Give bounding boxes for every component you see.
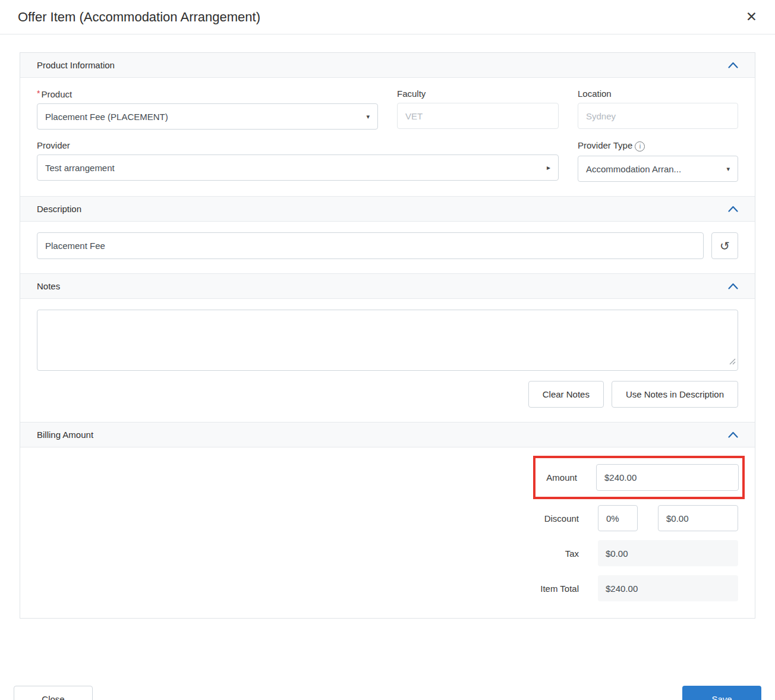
- close-icon[interactable]: ✕: [744, 9, 760, 25]
- modal-footer: Close Save: [14, 686, 761, 700]
- provider-select-value: Test arrangement: [45, 163, 115, 173]
- tax-label: Tax: [565, 548, 579, 559]
- section-header-billing-amount[interactable]: Billing Amount: [20, 422, 755, 447]
- provider-select[interactable]: Test arrangement ▸: [37, 154, 559, 181]
- offer-item-modal: Offer Item (Accommodation Arrangement) ✕…: [0, 0, 775, 700]
- info-icon[interactable]: i: [635, 141, 645, 152]
- location-label: Location: [578, 89, 738, 99]
- section-title: Product Information: [37, 60, 115, 70]
- billing-body: Amount Discount Tax $0.00 Item Total: [20, 447, 755, 618]
- provider-type-select-value: Accommodation Arran...: [586, 164, 681, 174]
- section-billing-amount: Billing Amount Amount Discount: [20, 422, 755, 618]
- provider-type-select[interactable]: Accommodation Arran... ▾: [578, 156, 738, 182]
- caret-right-icon: ▸: [547, 163, 550, 172]
- amount-label: Amount: [546, 472, 577, 483]
- item-total-value: $240.00: [598, 575, 738, 601]
- item-total-label: Item Total: [540, 584, 579, 594]
- section-product-information: Product Information *Product Placement F…: [20, 53, 755, 196]
- chevron-up-icon[interactable]: [728, 431, 738, 438]
- discount-percent-input[interactable]: [598, 505, 638, 531]
- notes-textarea[interactable]: [37, 310, 738, 371]
- caret-down-icon: ▾: [726, 165, 730, 173]
- tax-row: Tax $0.00: [565, 540, 738, 566]
- product-select-value: Placement Fee (PLACEMENT): [45, 112, 168, 122]
- discount-row: Discount: [544, 505, 738, 531]
- description-body: ↺: [20, 222, 755, 273]
- section-description: Description ↺: [20, 196, 755, 273]
- clear-notes-button[interactable]: Clear Notes: [528, 381, 604, 408]
- provider-type-label: Provider Type i: [578, 140, 738, 152]
- product-select[interactable]: Placement Fee (PLACEMENT) ▾: [37, 103, 378, 130]
- section-header-product-information[interactable]: Product Information: [20, 53, 755, 78]
- section-header-notes[interactable]: Notes: [20, 273, 755, 299]
- history-icon: ↺: [720, 239, 730, 253]
- modal-body: Product Information *Product Placement F…: [20, 52, 755, 619]
- product-label: *Product: [37, 89, 378, 99]
- faculty-label: Faculty: [397, 89, 559, 99]
- use-notes-in-description-button[interactable]: Use Notes in Description: [612, 381, 738, 408]
- provider-label: Provider: [37, 140, 559, 150]
- chevron-up-icon[interactable]: [728, 62, 738, 68]
- discount-label: Discount: [544, 513, 579, 524]
- amount-highlight-box: Amount: [533, 456, 745, 499]
- modal-title: Offer Item (Accommodation Arrangement): [18, 10, 260, 25]
- caret-down-icon: ▾: [366, 113, 370, 121]
- section-title: Description: [37, 204, 81, 214]
- item-total-row: Item Total $240.00: [540, 575, 738, 601]
- section-title: Billing Amount: [37, 430, 93, 440]
- section-header-description[interactable]: Description: [20, 196, 755, 222]
- resize-handle[interactable]: [729, 357, 736, 367]
- amount-input[interactable]: [596, 464, 739, 491]
- tax-value: $0.00: [598, 540, 738, 566]
- description-input[interactable]: [37, 232, 704, 259]
- modal-header: Offer Item (Accommodation Arrangement) ✕: [0, 0, 775, 34]
- chevron-up-icon[interactable]: [728, 283, 738, 289]
- location-field: [578, 103, 738, 129]
- product-information-body: *Product Placement Fee (PLACEMENT) ▾ Fac…: [20, 78, 755, 196]
- section-title: Notes: [37, 281, 60, 291]
- required-asterisk: *: [37, 89, 40, 98]
- chevron-up-icon[interactable]: [728, 206, 738, 212]
- restore-description-button[interactable]: ↺: [711, 232, 738, 259]
- notes-body: Clear Notes Use Notes in Description: [20, 299, 755, 422]
- section-notes: Notes Clear Notes Use Notes in Descripti…: [20, 273, 755, 422]
- discount-amount-input[interactable]: [658, 505, 738, 531]
- faculty-field: [397, 103, 559, 129]
- save-button[interactable]: Save: [682, 686, 761, 700]
- close-button[interactable]: Close: [14, 686, 93, 700]
